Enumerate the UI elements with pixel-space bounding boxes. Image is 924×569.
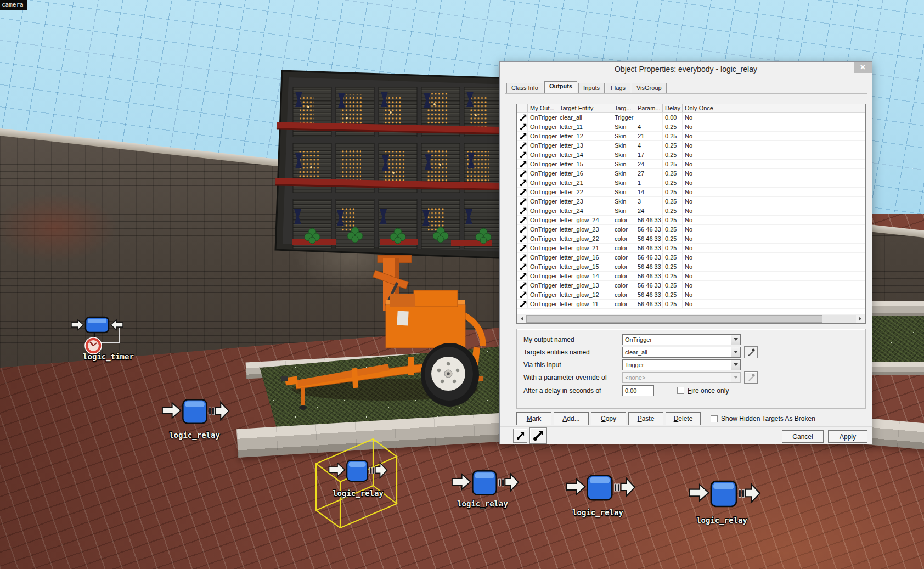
col-icon[interactable] bbox=[517, 104, 528, 112]
output-row[interactable]: OnTrigger clear_all Trigger 0.00 No bbox=[517, 113, 865, 122]
output-row[interactable]: OnTrigger letter_14 Skin 17 0.25 No bbox=[517, 150, 865, 160]
tab-flags[interactable]: Flags bbox=[606, 83, 630, 93]
scroll-left-icon[interactable] bbox=[517, 314, 526, 323]
output-row[interactable]: OnTrigger letter_glow_16 color 56 46 33 … bbox=[517, 253, 865, 262]
targets-combo[interactable]: clear_all bbox=[622, 347, 741, 358]
logic-relay-entity-5[interactable] bbox=[687, 477, 762, 510]
cell-delay: 0.25 bbox=[663, 272, 683, 280]
cell-target-entity: letter_15 bbox=[557, 160, 612, 168]
cell-my-output: OnTrigger bbox=[528, 290, 557, 299]
via-input-combo[interactable]: Trigger bbox=[622, 359, 741, 370]
output-row[interactable]: OnTrigger letter_22 Skin 14 0.25 No bbox=[517, 188, 865, 197]
output-row[interactable]: OnTrigger letter_24 Skin 24 0.25 No bbox=[517, 206, 865, 216]
param-override-label: With a parameter override of bbox=[523, 374, 622, 381]
output-row[interactable]: OnTrigger letter_11 Skin 4 0.25 No bbox=[517, 122, 865, 132]
eyedropper-button[interactable] bbox=[744, 346, 758, 358]
output-row[interactable]: OnTrigger letter_glow_22 color 56 46 33 … bbox=[517, 234, 865, 244]
cell-parameter: 56 46 33 bbox=[635, 225, 663, 234]
output-connection-icon bbox=[517, 122, 528, 131]
cell-target-entity: letter_12 bbox=[557, 132, 612, 140]
output-editor-group: My output named OnTrigger Targets entiti… bbox=[516, 329, 866, 409]
cell-my-output: OnTrigger bbox=[528, 122, 557, 131]
cell-my-output: OnTrigger bbox=[528, 150, 557, 159]
mark-button[interactable]: Mark bbox=[516, 412, 551, 425]
scroll-right-icon[interactable] bbox=[856, 314, 865, 323]
outputs-header: My Out... Target Entity Targ... Param...… bbox=[517, 104, 865, 113]
my-output-label: My output named bbox=[523, 336, 622, 343]
connection-tool-button-large[interactable] bbox=[529, 427, 547, 444]
logic-relay-label-2: logic_relay bbox=[326, 489, 390, 498]
param-override-combo: <none> bbox=[622, 372, 741, 383]
output-row[interactable]: OnTrigger letter_glow_21 color 56 46 33 … bbox=[517, 244, 865, 253]
output-row[interactable]: OnTrigger letter_glow_14 color 56 46 33 … bbox=[517, 272, 865, 281]
output-connection-icon bbox=[517, 188, 528, 196]
delete-button[interactable]: Delete bbox=[666, 412, 701, 425]
chevron-down-icon[interactable] bbox=[731, 335, 740, 345]
logic-relay-entity-3[interactable] bbox=[450, 467, 520, 498]
output-row[interactable]: OnTrigger letter_glow_13 color 56 46 33 … bbox=[517, 281, 865, 290]
my-output-combo[interactable]: OnTrigger bbox=[622, 334, 741, 345]
cell-only-once: No bbox=[683, 216, 865, 224]
tab-inputs[interactable]: Inputs bbox=[578, 83, 605, 93]
cell-parameter: 17 bbox=[635, 150, 663, 159]
output-row[interactable]: OnTrigger letter_glow_23 color 56 46 33 … bbox=[517, 225, 865, 234]
output-row[interactable]: OnTrigger letter_glow_24 color 56 46 33 … bbox=[517, 216, 865, 225]
delay-input[interactable]: 0.00 bbox=[622, 385, 654, 396]
output-row[interactable]: OnTrigger letter_glow_11 color 56 46 33 … bbox=[517, 300, 865, 309]
scrollbar-thumb[interactable] bbox=[526, 315, 822, 323]
cell-target-input: Skin bbox=[612, 122, 635, 131]
logic-relay-entity-2-selected[interactable] bbox=[327, 457, 388, 485]
show-hidden-checkbox[interactable] bbox=[711, 415, 718, 422]
output-row[interactable]: OnTrigger letter_13 Skin 4 0.25 No bbox=[517, 141, 865, 150]
horizontal-scrollbar[interactable] bbox=[516, 314, 866, 324]
connection-tool-button-small[interactable] bbox=[513, 429, 527, 443]
output-row[interactable]: OnTrigger letter_15 Skin 24 0.25 No bbox=[517, 160, 865, 169]
cell-only-once: No bbox=[683, 290, 865, 299]
output-row[interactable]: OnTrigger letter_23 Skin 3 0.25 No bbox=[517, 197, 865, 206]
cell-target-input: color bbox=[612, 300, 635, 308]
scrollbar-track[interactable] bbox=[822, 315, 856, 323]
dialog-titlebar[interactable]: Object Properties: everybody - logic_rel… bbox=[500, 62, 872, 77]
hammer-3d-viewport[interactable]: camera bbox=[0, 0, 924, 569]
output-row[interactable]: OnTrigger letter_glow_12 color 56 46 33 … bbox=[517, 290, 865, 300]
cell-only-once: No bbox=[683, 188, 865, 196]
cell-my-output: OnTrigger bbox=[528, 188, 557, 196]
col-target-input[interactable]: Targ... bbox=[612, 104, 635, 112]
fire-once-checkbox[interactable] bbox=[677, 387, 684, 394]
col-only-once[interactable]: Only Once bbox=[683, 104, 865, 112]
outputs-listview[interactable]: My Out... Target Entity Targ... Param...… bbox=[516, 104, 866, 324]
output-connection-icon bbox=[517, 234, 528, 243]
output-row[interactable]: OnTrigger letter_12 Skin 21 0.25 No bbox=[517, 132, 865, 141]
cell-target-input: color bbox=[612, 234, 635, 243]
output-row[interactable]: OnTrigger letter_21 Skin 1 0.25 No bbox=[517, 178, 865, 188]
output-row[interactable]: OnTrigger letter_16 Skin 27 0.25 No bbox=[517, 169, 865, 178]
cancel-button[interactable]: Cancel bbox=[782, 430, 824, 443]
tab-visgroup[interactable]: VisGroup bbox=[632, 83, 667, 93]
logic-relay-entity-4[interactable] bbox=[564, 472, 636, 504]
paste-button[interactable]: Paste bbox=[628, 412, 663, 425]
output-row[interactable]: OnTrigger letter_glow_15 color 56 46 33 … bbox=[517, 262, 865, 272]
col-delay[interactable]: Delay bbox=[663, 104, 683, 112]
col-target-entity[interactable]: Target Entity bbox=[557, 104, 612, 112]
add-button[interactable]: Add... bbox=[554, 412, 589, 425]
apply-button[interactable]: Apply bbox=[828, 430, 867, 443]
close-icon[interactable]: ✕ bbox=[854, 62, 872, 73]
col-parameter[interactable]: Param... bbox=[635, 104, 663, 112]
col-my-output[interactable]: My Out... bbox=[528, 104, 557, 112]
tab-class-info[interactable]: Class Info bbox=[506, 83, 543, 93]
cell-only-once: No bbox=[683, 122, 865, 131]
chevron-down-icon[interactable] bbox=[731, 360, 740, 370]
object-properties-dialog[interactable]: Object Properties: everybody - logic_rel… bbox=[499, 61, 872, 444]
message-sign-trailer[interactable] bbox=[270, 63, 520, 428]
cell-delay: 0.25 bbox=[663, 225, 683, 234]
cell-my-output: OnTrigger bbox=[528, 132, 557, 140]
logic-relay-entity-1[interactable] bbox=[160, 396, 230, 427]
cell-my-output: OnTrigger bbox=[528, 234, 557, 243]
cell-delay: 0.25 bbox=[663, 160, 683, 168]
tab-outputs[interactable]: Outputs bbox=[544, 81, 577, 93]
dialog-title: Object Properties: everybody - logic_rel… bbox=[615, 65, 757, 74]
copy-button[interactable]: Copy bbox=[591, 412, 626, 425]
logic-relay-label-4: logic_relay bbox=[566, 508, 629, 517]
chevron-down-icon[interactable] bbox=[731, 347, 740, 357]
cell-my-output: OnTrigger bbox=[528, 281, 557, 290]
